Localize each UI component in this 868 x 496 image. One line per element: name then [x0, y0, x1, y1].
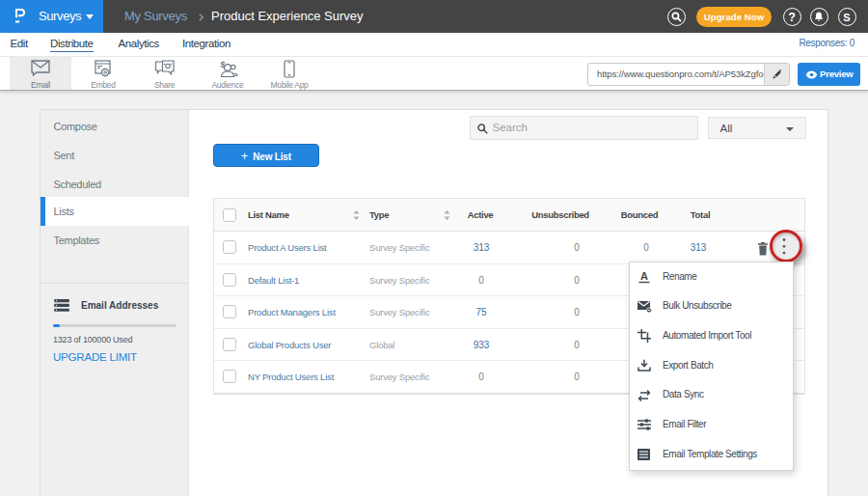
svg-text:A: A [640, 270, 648, 282]
